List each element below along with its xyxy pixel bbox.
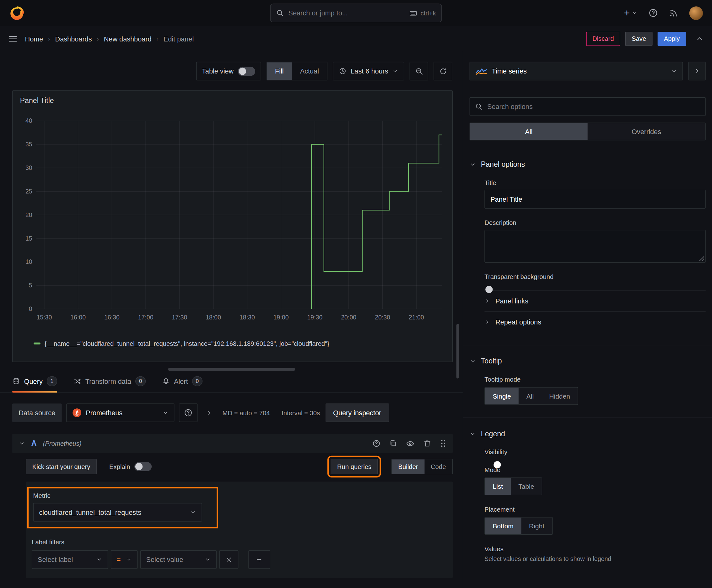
legend-mode-list[interactable]: List — [485, 478, 511, 495]
panel-title[interactable]: Panel Title — [13, 91, 452, 111]
drag-query-handle[interactable] — [440, 439, 447, 447]
user-avatar[interactable] — [689, 6, 703, 20]
remove-filter-button[interactable] — [219, 550, 238, 569]
viz-type-picker[interactable]: Time series — [470, 62, 683, 80]
vertical-scrollbar[interactable] — [456, 324, 459, 378]
menu-toggle-button[interactable] — [8, 34, 18, 43]
tooltip-mode-hidden[interactable]: Hidden — [542, 387, 578, 404]
stats-expand-button[interactable] — [206, 409, 213, 416]
metric-value: cloudflared_tunnel_total_requests — [39, 508, 141, 517]
options-search-input[interactable] — [487, 103, 700, 110]
panel-title-input[interactable] — [484, 190, 706, 209]
grafana-logo-icon[interactable] — [9, 5, 24, 21]
datasource-picker[interactable]: Prometheus — [66, 403, 174, 422]
question-circle-icon — [184, 408, 192, 417]
chevron-right-icon — [484, 298, 490, 304]
tab-overrides[interactable]: Overrides — [588, 123, 706, 140]
select-value-placeholder: Select value — [146, 555, 183, 564]
save-button[interactable]: Save — [625, 32, 653, 46]
datasource-row: Data source Prometheus — [0, 393, 463, 422]
add-menu-button[interactable]: + — [624, 8, 638, 18]
panel-resize-handle[interactable] — [168, 368, 295, 371]
tooltip-header[interactable]: Tooltip — [470, 357, 706, 365]
legend-placement-right[interactable]: Right — [521, 517, 552, 534]
add-filter-button[interactable] — [248, 550, 270, 569]
viz-suggestions-button[interactable] — [688, 62, 706, 80]
table-view-toggle[interactable] — [238, 67, 255, 76]
legend-title: Legend — [481, 430, 505, 438]
chevron-right-icon — [206, 409, 213, 416]
breadcrumb-dashboards[interactable]: Dashboards — [55, 35, 92, 43]
panel-options-body: Title Description Transparent background… — [470, 179, 706, 332]
options-search[interactable] — [470, 97, 706, 116]
panel-links-row[interactable]: Panel links — [484, 290, 706, 311]
legend-header[interactable]: Legend — [470, 430, 706, 438]
zoom-out-button[interactable] — [410, 62, 428, 80]
bell-icon — [162, 377, 170, 385]
kickstart-query-button[interactable]: Kick start your query — [26, 459, 96, 474]
eye-icon — [406, 439, 414, 447]
legend-values-label: Values — [484, 545, 706, 552]
query-help-button[interactable] — [372, 439, 381, 447]
breadcrumb-new-dashboard[interactable]: New dashboard — [104, 35, 152, 43]
metric-select[interactable]: cloudflared_tunnel_total_requests — [33, 503, 202, 521]
repeat-options-row[interactable]: Repeat options — [484, 311, 706, 332]
actual-option[interactable]: Actual — [292, 62, 327, 80]
hide-query-button[interactable] — [406, 439, 414, 447]
table-view-toggle-control[interactable]: Table view — [196, 62, 261, 80]
tooltip-mode-all[interactable]: All — [519, 387, 542, 404]
fill-option[interactable]: Fill — [267, 62, 292, 80]
zoom-out-icon — [415, 67, 423, 75]
refresh-button[interactable] — [434, 62, 452, 80]
svg-text:25: 25 — [25, 188, 33, 195]
news-button[interactable] — [669, 8, 678, 18]
legend-placement-bottom[interactable]: Bottom — [485, 517, 521, 534]
tooltip-mode-single[interactable]: Single — [485, 387, 519, 404]
operator-dropdown[interactable]: = — [111, 550, 137, 569]
query-row-actions — [372, 439, 447, 447]
duplicate-query-button[interactable] — [389, 439, 397, 447]
breadcrumb-separator: › — [157, 35, 158, 42]
discard-button[interactable]: Discard — [586, 32, 620, 46]
explain-toggle[interactable] — [134, 462, 151, 471]
collapse-options-button[interactable] — [696, 35, 704, 43]
legend-mode-table[interactable]: Table — [511, 478, 542, 495]
datasource-help-button[interactable] — [179, 403, 197, 422]
description-textarea[interactable] — [484, 230, 706, 262]
code-option[interactable]: Code — [425, 459, 452, 474]
delete-query-button[interactable] — [423, 439, 431, 447]
panel-options-header[interactable]: Panel options — [470, 161, 706, 169]
tab-alert[interactable]: Alert 0 — [162, 376, 202, 392]
global-search-input[interactable] — [288, 9, 405, 17]
question-circle-icon — [372, 439, 381, 447]
svg-text:17:00: 17:00 — [138, 314, 153, 321]
select-value-dropdown[interactable]: Select value — [140, 550, 217, 569]
metric-highlight-box: Metric cloudflared_tunnel_total_requests — [27, 487, 218, 529]
chevron-down-icon — [190, 509, 196, 515]
chevron-right-icon — [484, 319, 490, 325]
fill-actual-segment: Fill Actual — [266, 62, 327, 80]
search-icon — [276, 9, 284, 17]
tab-transform[interactable]: Transform data 0 — [73, 376, 146, 392]
builder-option[interactable]: Builder — [392, 459, 425, 474]
clock-icon — [339, 67, 347, 75]
global-search[interactable]: ctrl+k — [270, 4, 442, 22]
query-options-row: Kick start your query Explain Run querie… — [26, 459, 453, 474]
apply-button[interactable]: Apply — [657, 32, 686, 46]
select-label-dropdown[interactable]: Select label — [32, 550, 108, 569]
time-range-label: Last 6 hours — [351, 67, 388, 75]
chevron-down-icon — [96, 556, 102, 563]
chart-legend[interactable]: {__name__="cloudflared_tunnel_total_requ… — [34, 340, 329, 347]
query-ref-id[interactable]: A — [31, 439, 37, 447]
help-button[interactable] — [649, 8, 658, 18]
tab-all[interactable]: All — [470, 123, 588, 140]
time-range-picker[interactable]: Last 6 hours — [333, 62, 404, 80]
legend-label: {__name__="cloudflared_tunnel_total_requ… — [45, 340, 329, 347]
query-collapse-button[interactable] — [19, 440, 25, 447]
run-queries-button[interactable]: Run queries — [331, 459, 378, 474]
query-inspector-button[interactable]: Query inspector — [326, 403, 389, 422]
breadcrumb-home[interactable]: Home — [25, 35, 43, 43]
tab-query[interactable]: Query 1 — [12, 376, 57, 392]
search-icon — [475, 103, 483, 110]
legend-placement-group: Bottom Right — [484, 517, 553, 534]
